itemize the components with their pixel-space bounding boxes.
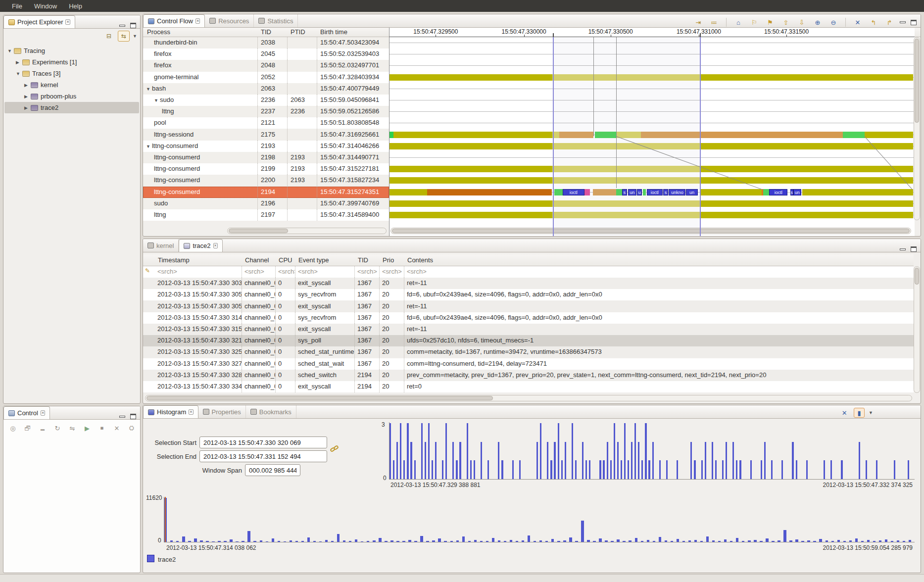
tab-trace2[interactable]: trace2× <box>179 239 222 252</box>
selection-end-input[interactable] <box>199 450 327 462</box>
expander-icon[interactable]: ▼ <box>16 71 22 76</box>
process-row-2196[interactable]: sudo219615:50:47.399740769 <box>143 198 389 209</box>
tab-control[interactable]: Control × <box>3 406 50 419</box>
tab-kernel[interactable]: kernel <box>143 239 179 252</box>
event-row[interactable]: 2012-03-13 15:50:47.330 328 243channel0_… <box>143 370 914 381</box>
close-icon[interactable]: × <box>41 410 45 416</box>
events-vscrollbar[interactable] <box>914 266 920 393</box>
process-row-2038[interactable]: thunderbird-bin203815:50:47.503423094 <box>143 37 389 48</box>
event-row[interactable]: 2012-03-13 15:50:47.330 303 063channel0_… <box>143 278 914 289</box>
refresh-icon[interactable]: ↻ <box>52 423 63 433</box>
process-row-2121[interactable]: pool212115:50:51.803808548 <box>143 117 389 129</box>
expander-icon[interactable]: ▼ <box>146 87 150 92</box>
next-event-flag-icon[interactable]: ⚑ <box>765 17 776 27</box>
control-flow-timeline[interactable]: ioctlsunuioctlsunknounioctlsun <box>389 37 915 236</box>
column-header-channel[interactable]: Channel <box>245 256 269 264</box>
view-menu-icon[interactable]: ▼ <box>133 34 137 39</box>
tree-item-traces-3-[interactable]: ▼Traces [3] <box>4 68 139 79</box>
tab-control-flow[interactable]: Control Flow× <box>143 14 205 27</box>
follow-backward-icon[interactable]: ↰ <box>868 17 879 27</box>
process-row-2052[interactable]: gnome-terminal205215:50:47.328403934 <box>143 72 389 83</box>
process-row-2199[interactable]: lttng-consumerd2199219315:50:47.31522718… <box>143 163 389 175</box>
expander-icon[interactable]: ▶ <box>24 94 31 99</box>
minimize-icon[interactable] <box>900 248 906 250</box>
event-row[interactable]: 2012-03-13 15:50:47.330 305 987channel0_… <box>143 301 914 312</box>
start-trace-icon[interactable]: ▶ <box>82 423 93 433</box>
destroy-session-icon[interactable]: ✕ <box>111 423 122 433</box>
reset-zoom-home-icon[interactable]: ⌂ <box>733 17 744 27</box>
search-pencil-icon[interactable]: ✎ <box>143 266 155 278</box>
process-row-2197[interactable]: lttng219715:50:47.314589400 <box>143 209 389 221</box>
process-row-2048[interactable]: firefox204815:50:52.032497701 <box>143 60 389 71</box>
timeline-axis[interactable]: 15:50:47.32950015:50:47.33000015:50:47.3… <box>389 28 915 37</box>
connect-icon[interactable]: 🗗 <box>22 423 33 433</box>
tree-item-prboom-plus[interactable]: ▶prboom-plus <box>4 91 139 102</box>
hide-lost-events-icon[interactable]: ✕ <box>839 408 850 418</box>
process-row-2236[interactable]: ▼sudo2236206315:50:59.045096841 <box>143 95 389 106</box>
column-header-birth-time[interactable]: Birth time <box>320 28 347 36</box>
maximize-icon[interactable] <box>130 23 136 28</box>
process-row-2200[interactable]: lttng-consumerd2200219315:50:47.31582723… <box>143 175 389 186</box>
event-row[interactable]: 2012-03-13 15:50:47.330 315 574channel0_… <box>143 324 914 335</box>
event-row[interactable]: 2012-03-13 15:50:47.330 314 415channel0_… <box>143 312 914 324</box>
expander-icon[interactable]: ▼ <box>154 98 158 103</box>
process-row-2237[interactable]: lttng2237223615:50:59.052126586 <box>143 106 389 117</box>
timeline-vscrollbar[interactable] <box>914 37 920 220</box>
close-icon[interactable]: × <box>65 19 70 25</box>
table-hscrollbar[interactable] <box>227 228 387 234</box>
menu-item-file[interactable]: File <box>7 1 27 11</box>
tab-histogram[interactable]: Histogram× <box>143 405 198 418</box>
column-header-prio[interactable]: Prio <box>383 256 394 264</box>
tree-item-tracing[interactable]: ▼Tracing <box>4 45 139 56</box>
minimize-icon[interactable] <box>119 25 125 27</box>
zoom-in-icon[interactable]: ⊕ <box>812 17 823 27</box>
event-row[interactable]: 2012-03-13 15:50:47.330 327 647channel0_… <box>143 358 914 370</box>
import-icon[interactable]: ⇋ <box>67 423 78 433</box>
process-row-2193[interactable]: ▼lttng-consumerd219315:50:47.314046266 <box>143 141 389 152</box>
close-icon[interactable]: × <box>189 409 193 415</box>
quick-session-icon[interactable]: ⛭ <box>126 423 137 433</box>
expander-icon[interactable]: ▶ <box>16 60 22 65</box>
column-header-tid[interactable]: TID <box>358 256 368 264</box>
large-histogram-plot[interactable] <box>164 497 915 542</box>
tab-properties[interactable]: Properties <box>198 405 246 418</box>
tab-resources[interactable]: Resources <box>205 14 254 27</box>
maximize-icon[interactable] <box>130 414 136 419</box>
process-row-2045[interactable]: firefox204515:50:52.032539403 <box>143 48 389 60</box>
view-menu-icon[interactable]: ▼ <box>869 410 873 415</box>
expander-icon[interactable]: ▶ <box>24 83 31 88</box>
event-row[interactable]: 2012-03-13 15:50:47.330 321 437channel0_… <box>143 335 914 346</box>
tab-statistics[interactable]: Statistics <box>254 14 298 27</box>
event-row[interactable]: 2012-03-13 15:50:47.330 305 163channel0_… <box>143 289 914 300</box>
maximize-icon[interactable] <box>911 246 917 252</box>
column-header-event-type[interactable]: Event type <box>298 256 329 264</box>
events-column-headers[interactable]: TimestampChannelCPUEvent typeTIDPrioCont… <box>143 254 914 266</box>
zoom-out-icon[interactable]: ⊖ <box>828 17 839 27</box>
minimize-icon[interactable] <box>900 21 906 23</box>
expander-icon[interactable]: ▼ <box>146 144 150 149</box>
show-legend-icon[interactable]: ≔ <box>709 17 720 27</box>
link-selection-icon[interactable] <box>330 445 340 455</box>
maximize-icon[interactable] <box>911 20 917 25</box>
align-views-icon[interactable]: ⇥ <box>693 17 704 27</box>
menu-item-help[interactable]: Help <box>64 1 87 11</box>
close-icon[interactable]: × <box>213 243 218 248</box>
window-span-input[interactable] <box>245 464 300 476</box>
process-row-2198[interactable]: lttng-consumerd2198219315:50:47.31449077… <box>143 152 389 163</box>
expander-icon[interactable]: ▶ <box>24 105 31 110</box>
column-header-process[interactable]: Process <box>147 28 170 36</box>
link-with-editor-icon[interactable]: ⇆ <box>118 31 130 42</box>
events-hscrollbar[interactable] <box>145 395 912 401</box>
tab-project-explorer[interactable]: Project Explorer × <box>3 15 75 28</box>
stop-trace-icon[interactable]: ⏹ <box>97 423 107 433</box>
small-histogram-plot[interactable] <box>389 422 915 480</box>
event-row[interactable]: 2012-03-13 15:50:47.330 334 354channel0_… <box>143 381 914 392</box>
process-row-2194[interactable]: lttng-consumerd219415:50:47.315274351 <box>143 187 389 198</box>
event-row[interactable]: 2012-03-13 15:50:47.330 325 927channel0_… <box>143 346 914 358</box>
search-filter-row[interactable]: ✎<srch><srch><srch><srch><srch><srch><sr… <box>143 266 914 278</box>
tree-item-experiments-1-[interactable]: ▶Experiments [1] <box>4 56 139 68</box>
tree-item-trace2[interactable]: ▶trace2 <box>4 102 139 113</box>
column-header-tid[interactable]: TID <box>261 28 271 36</box>
previous-event-flag-icon[interactable]: ⚐ <box>749 17 760 27</box>
process-row-2175[interactable]: lttng-sessiond217515:50:47.316925661 <box>143 129 389 141</box>
